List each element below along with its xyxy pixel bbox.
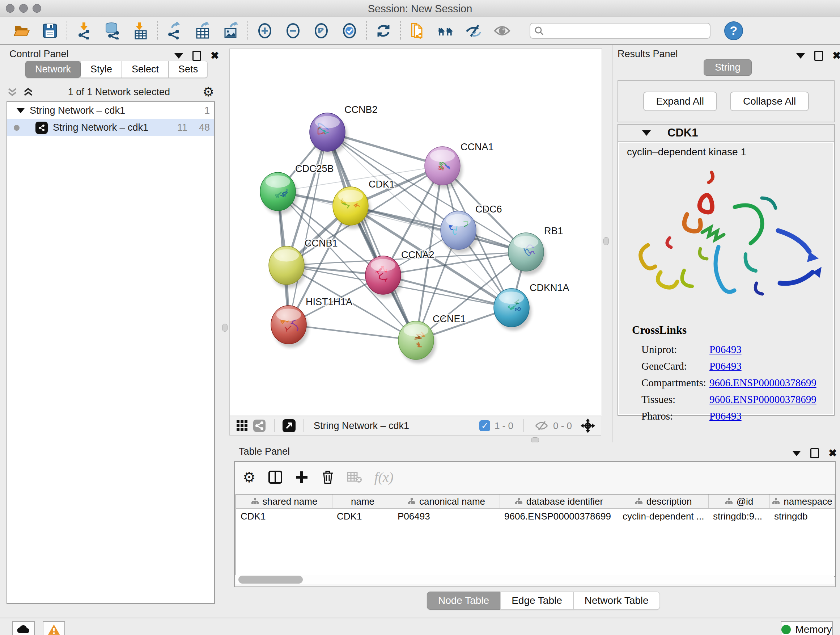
show-all-icon[interactable]	[493, 22, 511, 40]
crosslink-link[interactable]: 9606.ENSP00000378699	[709, 377, 816, 389]
node-CDK1[interactable]	[333, 187, 370, 229]
show-columns-icon[interactable]	[268, 470, 283, 485]
collapse-all-button[interactable]: Collapse All	[730, 92, 809, 111]
crosslink-link[interactable]: P06493	[709, 410, 742, 422]
expand-all-button[interactable]: Expand All	[643, 92, 717, 111]
new-session-icon[interactable]	[409, 22, 426, 40]
tab-edge-table[interactable]: Edge Table	[500, 592, 573, 610]
column-header-shared-name[interactable]: shared name	[236, 494, 332, 508]
left-splitter-handle[interactable]	[222, 324, 227, 332]
panel-menu-icon[interactable]	[796, 53, 805, 59]
zoom-in-icon[interactable]	[256, 22, 273, 40]
node-RB1[interactable]	[508, 233, 546, 275]
tab-network-table[interactable]: Network Table	[573, 592, 660, 610]
tab-select[interactable]: Select	[122, 61, 169, 78]
panel-menu-icon[interactable]	[792, 451, 801, 456]
tab-style[interactable]: Style	[81, 61, 122, 78]
node-HIST1H1A[interactable]	[271, 306, 309, 348]
node-CCNE1[interactable]	[398, 321, 436, 363]
column-header-name[interactable]: name	[332, 494, 393, 508]
hide-selected-icon[interactable]	[465, 22, 483, 40]
refresh-icon[interactable]	[375, 22, 392, 40]
float-panel-icon[interactable]	[810, 448, 819, 458]
table-row[interactable]: CDK1CDK1P064939606.ENSP00000378699cyclin…	[236, 509, 835, 524]
network-row[interactable]: String Network – cdk1 11 48	[7, 119, 214, 136]
export-image-icon[interactable]	[222, 22, 240, 40]
cell--id[interactable]: stringdb:9...	[709, 509, 770, 524]
column-header-namespace[interactable]: namespace	[770, 494, 835, 508]
right-splitter-handle[interactable]	[603, 237, 609, 245]
scrollbar-thumb[interactable]	[238, 576, 303, 584]
collapse-all-icon[interactable]	[6, 87, 19, 97]
export-table-icon[interactable]	[194, 22, 211, 40]
tab-string[interactable]: String	[704, 59, 752, 76]
tab-node-table[interactable]: Node Table	[427, 592, 500, 610]
network-graph[interactable]: CCNB2CCNA1CDC25BCDK1CDC6RB1CCNB1CCNA2CDK…	[230, 49, 601, 415]
delete-column-icon[interactable]	[321, 470, 335, 485]
edge-CCNB2-CCNE1[interactable]	[327, 132, 416, 340]
memory-button[interactable]: Memory	[781, 621, 833, 635]
node-CDKN1A[interactable]	[494, 288, 531, 331]
cell-canonical-name[interactable]: P06493	[393, 509, 500, 524]
crosslink-link[interactable]: P06493	[709, 360, 742, 372]
search-box[interactable]	[530, 23, 711, 39]
tab-sets[interactable]: Sets	[169, 61, 208, 78]
cell-namespace[interactable]: stringdb	[770, 509, 835, 524]
gene-section-header[interactable]: CDK1	[618, 125, 834, 142]
table-options-gear-icon[interactable]: ⚙	[243, 470, 256, 485]
network-list-icon[interactable]	[251, 417, 268, 434]
network-canvas[interactable]: CCNB2CCNA1CDC25BCDK1CDC6RB1CCNB1CCNA2CDK…	[229, 49, 602, 416]
search-icon	[534, 26, 544, 36]
import-table-icon[interactable]	[132, 22, 149, 40]
node-table[interactable]: shared namenamecanonical namedatabase id…	[235, 494, 836, 577]
save-session-icon[interactable]	[41, 22, 58, 40]
cell-shared-name[interactable]: CDK1	[236, 509, 332, 524]
selected-checkbox-icon[interactable]: ✓	[479, 420, 490, 431]
float-panel-icon[interactable]	[193, 51, 201, 61]
column-header-description[interactable]: description	[618, 494, 709, 508]
create-column-icon[interactable]	[295, 470, 309, 484]
edge-CCNB2-HIST1H1A[interactable]	[289, 132, 327, 325]
node-CDC25B[interactable]	[260, 172, 298, 214]
zoom-fit-icon[interactable]	[313, 22, 330, 40]
import-network-icon[interactable]	[75, 22, 93, 40]
fit-selected-icon[interactable]	[580, 418, 596, 434]
network-collection-row[interactable]: String Network – cdk1 1	[7, 102, 214, 119]
import-network-database-icon[interactable]	[103, 22, 121, 40]
grid-view-icon[interactable]	[233, 417, 251, 434]
panel-menu-icon[interactable]	[174, 53, 183, 59]
network-options-gear-icon[interactable]: ⚙	[202, 86, 214, 98]
cloud-status-button[interactable]	[12, 621, 35, 635]
bottom-splitter-handle[interactable]	[531, 437, 539, 443]
cell-name[interactable]: CDK1	[332, 509, 393, 524]
close-panel-icon[interactable]: ✖	[832, 51, 840, 61]
node-CCNA1[interactable]	[425, 147, 462, 188]
cell-database-identifier[interactable]: 9606.ENSP00000378699	[500, 509, 618, 524]
collapse-icon[interactable]	[17, 108, 25, 113]
memory-label: Memory	[795, 624, 832, 635]
close-panel-icon[interactable]: ✖	[829, 448, 837, 458]
column-header-canonical-name[interactable]: canonical name	[393, 494, 500, 508]
tab-network[interactable]: Network	[25, 61, 81, 78]
zoom-out-icon[interactable]	[284, 22, 302, 40]
birdseye-view-icon[interactable]	[280, 417, 298, 434]
expand-all-icon[interactable]	[22, 87, 35, 97]
export-network-icon[interactable]	[166, 22, 183, 40]
cell-description[interactable]: cyclin-dependent ...	[618, 509, 709, 524]
zoom-selected-icon[interactable]	[341, 22, 358, 40]
warning-status-button[interactable]	[43, 621, 65, 635]
open-session-icon[interactable]	[13, 22, 30, 40]
crosslink-link[interactable]: 9606.ENSP00000378699	[709, 394, 816, 405]
help-icon[interactable]: ?	[724, 21, 743, 40]
crosslink-link[interactable]: P06493	[709, 344, 742, 356]
column-header-database-identifier[interactable]: database identifier	[500, 494, 618, 508]
collapse-section-icon[interactable]	[642, 130, 651, 136]
column-header--id[interactable]: @id	[709, 494, 770, 508]
node-CCNB2[interactable]	[309, 113, 347, 155]
float-panel-icon[interactable]	[814, 51, 823, 61]
houses-icon[interactable]	[437, 22, 454, 40]
table-horizontal-scrollbar[interactable]	[235, 575, 834, 584]
node-CDC6[interactable]	[441, 211, 478, 253]
close-panel-icon[interactable]: ✖	[210, 51, 219, 61]
search-input[interactable]	[544, 25, 701, 36]
